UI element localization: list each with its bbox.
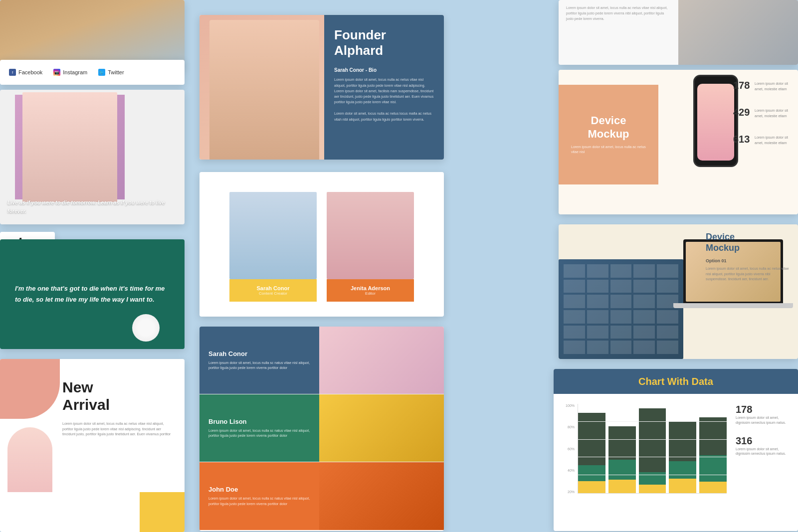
slide-device-numbers: DeviceMockup Lorem ipsum dolor sit amet,…: [559, 70, 798, 214]
window: [610, 341, 632, 354]
chart-num-2: 316: [736, 435, 791, 447]
number-row-3: 613 Lorem ipsum dolor sit amet, molestie…: [733, 134, 793, 146]
window: [633, 326, 655, 339]
window: [610, 295, 632, 308]
team-member-2: Jenita Aderson Editor: [327, 192, 414, 302]
window: [564, 326, 585, 339]
chart-num-item-2: 316 Lorem ipsum dolor sit amet, dignissi…: [736, 435, 791, 457]
slide-green-quote: I'm the one that's got to die when it's …: [0, 239, 185, 349]
window: [564, 264, 585, 278]
chart-num-item-1: 178 Lorem ipsum dolor sit amet, dignissi…: [736, 404, 791, 425]
bar-4: [669, 422, 696, 493]
green-quote-text: I'm the one that's got to die when it's …: [15, 283, 170, 305]
device-mockup2-title: DeviceMockup: [706, 232, 791, 253]
window: [610, 326, 632, 339]
top-right-text: Lorem ipsum dolor sit amet, locus nulla …: [561, 5, 676, 22]
profile-row-2: Bruno Lison Lorem ipsum dolor sit amet, …: [200, 394, 444, 462]
slide-woman-pink: Live as if you were to die tomorrow. Lea…: [0, 90, 185, 224]
team-name-bar-2: Jenita Aderson Editor: [327, 279, 414, 302]
window: [564, 310, 585, 324]
window: [587, 326, 608, 339]
chart-header: Chart With Data: [554, 369, 798, 394]
facebook-label: Facebook: [18, 69, 42, 75]
slide-top-right: Lorem ipsum dolor sit amet, locus nulla …: [559, 0, 798, 65]
founder-photo-bg: [200, 15, 324, 160]
device-mockup1-title: DeviceMockup: [588, 114, 629, 141]
bar-2: [608, 426, 636, 493]
number-3: 613: [733, 134, 751, 145]
team-member2-role: Editor: [365, 291, 376, 296]
new-arrival-body: Lorem ipsum dolor sit amet, locus nulla …: [62, 421, 172, 437]
chart-title: Chart With Data: [638, 376, 713, 387]
profile-row-1: Sarah Conor Lorem ipsum dolor sit amet, …: [200, 327, 444, 394]
bar-4-green: [669, 461, 696, 479]
roof-image: [0, 0, 185, 70]
profile-desc-1: Lorem ipsum dolor sit amet, locus nulla …: [208, 360, 310, 371]
bar-5-yellow: [699, 482, 727, 493]
chart-bars-container: [578, 404, 727, 494]
profile-info-2: Bruno Lison Lorem ipsum dolor sit amet, …: [200, 394, 319, 462]
window: [564, 280, 585, 293]
slide-roof: [0, 0, 185, 70]
window: [633, 295, 655, 308]
bar-3-yellow: [639, 485, 666, 493]
number-row-2: 429 Lorem ipsum dolor sit amet, molestie…: [733, 107, 793, 119]
laptop-base: [673, 303, 793, 308]
team-photo-1: [229, 192, 317, 279]
number-1: 178: [733, 80, 751, 91]
founder-title: Founder Alphard: [334, 27, 434, 58]
mug-decoration: [132, 314, 160, 342]
bar-5-dark: [699, 417, 727, 455]
window: [633, 310, 655, 324]
number-2: 429: [733, 107, 751, 118]
profile-desc-3: Lorem ipsum dolor sit amet, locus nulla …: [208, 496, 310, 507]
y-label-5: 100%: [559, 404, 575, 407]
social-twitter: 🐦 Twitter: [98, 69, 124, 76]
new-arrival-yellow: [140, 492, 185, 532]
bar-5: [699, 417, 727, 493]
window: [633, 280, 655, 293]
device-mockup1-desc: Lorem ipsum dolor sit amet, locus nulla …: [571, 145, 646, 155]
founder-bio-title: Sarah Conor - Bio: [334, 67, 434, 73]
slide-founder: Founder Alphard Sarah Conor - Bio Lorem …: [200, 15, 444, 160]
slide-chart: Chart With Data 100% 80% 60% 40% 20%: [554, 369, 798, 531]
slide-social-bar: f Facebook 📷 Instagram 🐦 Twitter: [0, 60, 185, 85]
y-label-4: 80%: [559, 425, 575, 429]
team-member2-name: Jenita Aderson: [351, 285, 390, 291]
window: [610, 280, 632, 293]
bar-2-dark: [608, 426, 636, 460]
founder-info: Founder Alphard Sarah Conor - Bio Lorem …: [324, 15, 444, 160]
window: [657, 341, 678, 354]
grid-line-20: [578, 475, 727, 475]
new-arrival-blob: [0, 359, 60, 419]
device-mockup2-desc: Lorem ipsum dolor sit amet, locus nulla …: [706, 266, 791, 282]
profile-name-1: Sarah Conor: [208, 350, 310, 357]
device-mockup2-text: DeviceMockup Option 01 Lorem ipsum dolor…: [706, 232, 791, 282]
bar-3-green: [639, 472, 666, 485]
bar-2-yellow: [608, 480, 636, 493]
grid-line-40: [578, 457, 727, 457]
window: [587, 264, 608, 278]
social-facebook: f Facebook: [9, 69, 42, 76]
profile-photo-1: [319, 327, 444, 394]
number-row-1: 178 Lorem ipsum dolor sit amet, molestie…: [733, 80, 793, 92]
chart-y-axis: 100% 80% 60% 40% 20%: [559, 404, 575, 494]
window: [587, 295, 608, 308]
y-label-2: 40%: [559, 469, 575, 472]
grid-line-60: [578, 439, 727, 440]
profile-name-2: Bruno Lison: [208, 418, 310, 425]
window: [564, 295, 585, 308]
chart-bars-area: 100% 80% 60% 40% 20%: [559, 399, 729, 509]
numbers-column: 178 Lorem ipsum dolor sit amet, molestie…: [733, 80, 793, 161]
window: [587, 280, 608, 293]
twitter-label: Twitter: [108, 69, 124, 75]
profile-info-1: Sarah Conor Lorem ipsum dolor sit amet, …: [200, 327, 319, 394]
instagram-label: Instagram: [63, 69, 87, 75]
device-phone: [693, 75, 738, 167]
bar-4-dark: [669, 422, 696, 461]
chart-num-text-1: Lorem ipsum dolor sit amet, dignissim se…: [736, 415, 791, 425]
profile-photo-3: [319, 462, 444, 530]
instagram-icon: 📷: [53, 69, 60, 76]
window: [587, 310, 608, 324]
founder-bio-text2: Lorem dolor sit amet, locus nulla ac net…: [334, 111, 434, 122]
